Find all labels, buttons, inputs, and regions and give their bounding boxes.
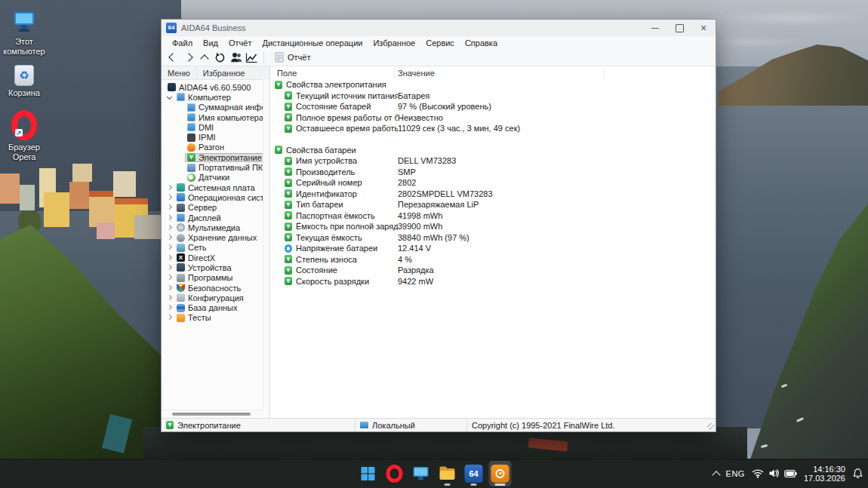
users-button[interactable] xyxy=(228,51,244,65)
forward-button[interactable] xyxy=(180,51,196,65)
chevron-right-icon[interactable] xyxy=(165,244,174,252)
chevron-right-icon[interactable] xyxy=(165,304,174,312)
title-bar[interactable]: 64 AIDA64 Business × xyxy=(162,20,716,36)
tree-item[interactable]: Сеть xyxy=(162,243,269,253)
tree-item[interactable]: Тесты xyxy=(162,313,269,323)
tree-horizontal-scrollbar[interactable] xyxy=(162,410,263,418)
table-row[interactable]: Состояние батарей97 % (Высокий уровень) xyxy=(270,101,716,112)
menu-item-1[interactable]: Вид xyxy=(199,38,223,48)
tree-item[interactable]: Имя компьютера xyxy=(162,112,269,122)
tree-item[interactable]: Электропитание xyxy=(162,152,269,162)
tree-item[interactable]: Разгон xyxy=(162,143,269,152)
tab-favorites[interactable]: Избранное xyxy=(196,66,251,79)
chevron-right-icon[interactable] xyxy=(165,183,174,192)
chevron-right-icon[interactable] xyxy=(165,223,174,232)
resize-grip[interactable] xyxy=(707,423,714,430)
chevron-right-icon[interactable] xyxy=(165,274,174,282)
chevron-right-icon[interactable] xyxy=(165,314,174,322)
table-row[interactable]: Текущая ёмкость38840 mWh (97 %) xyxy=(270,232,716,244)
column-header-field[interactable]: Поле xyxy=(270,69,398,78)
tree-item[interactable]: IPMI xyxy=(162,132,269,142)
desktop-icon-recycle-bin[interactable]: ♻ Корзина xyxy=(0,60,48,98)
tray-expand-icon[interactable] xyxy=(712,471,720,479)
column-header-value[interactable]: Значение xyxy=(398,69,435,78)
table-row[interactable]: Оставшееся время работы от ...11029 сек … xyxy=(270,123,716,134)
taskbar-display[interactable] xyxy=(410,461,432,486)
desktop-icon-this-pc[interactable]: Этот компьютер xyxy=(0,9,48,57)
chevron-right-icon[interactable] xyxy=(165,263,174,272)
table-row[interactable]: Текущий источник питанияБатарея xyxy=(270,91,716,102)
menu-item-0[interactable]: Файл xyxy=(168,38,197,48)
chevron-right-icon[interactable] xyxy=(165,293,174,302)
start-button[interactable] xyxy=(357,461,380,486)
notification-bell-icon[interactable] xyxy=(852,468,863,479)
sensor-graph-button[interactable] xyxy=(244,51,260,65)
tree-item[interactable]: Системная плата xyxy=(162,183,269,192)
table-row[interactable]: СостояниеРазрядка xyxy=(270,265,716,276)
tree-item[interactable]: Хранение данных xyxy=(162,232,269,242)
menu-item-5[interactable]: Сервис xyxy=(421,38,459,48)
table-row[interactable]: Полное время работы от бата...Неизвестно xyxy=(270,112,716,124)
tray-status-icons[interactable] xyxy=(752,468,797,478)
menu-item-2[interactable]: Отчёт xyxy=(224,38,256,48)
tree-item[interactable]: Сервер xyxy=(162,203,269,213)
tree-vertical-scrollbar[interactable] xyxy=(263,79,269,410)
tree-item[interactable]: База данных xyxy=(162,303,269,313)
clock[interactable]: 14:16:30 17.03.2026 xyxy=(804,465,845,483)
tree-item[interactable]: Программы xyxy=(162,273,269,283)
tree-item[interactable]: Конфигурация xyxy=(162,293,269,302)
chevron-right-icon[interactable] xyxy=(165,213,174,222)
taskbar-file-explorer[interactable] xyxy=(436,461,459,486)
table-row[interactable]: Напряжение батареи12.414 V xyxy=(270,243,716,254)
chevron-right-icon[interactable] xyxy=(165,234,174,242)
menu-item-3[interactable]: Дистанционные операции xyxy=(257,38,367,48)
tree-item[interactable]: Портативный ПК xyxy=(162,162,269,172)
tree-item[interactable]: DirectX xyxy=(162,253,269,262)
tree-item[interactable]: Дисплей xyxy=(162,213,269,223)
language-indicator[interactable]: ENG xyxy=(726,469,745,478)
chevron-right-icon[interactable] xyxy=(165,253,174,262)
tree-item[interactable]: Суммарная информация xyxy=(162,103,269,112)
maximize-button[interactable] xyxy=(667,20,691,36)
table-rows: Свойства электропитанияТекущий источник … xyxy=(270,79,716,418)
chevron-right-icon[interactable] xyxy=(165,284,174,292)
up-button[interactable] xyxy=(196,51,212,65)
back-button[interactable] xyxy=(165,51,180,65)
table-row[interactable]: Паспортная ёмкость41998 mWh xyxy=(270,210,716,222)
refresh-button[interactable] xyxy=(212,51,228,65)
tree-item-inner: Разгон xyxy=(185,143,226,152)
scrollbar-thumb[interactable] xyxy=(172,413,251,416)
tree-item[interactable]: Датчики xyxy=(162,173,269,183)
tree-item[interactable]: Безопасность xyxy=(162,283,269,293)
tree-item[interactable]: Операционная система xyxy=(162,192,269,202)
table-row[interactable]: Тип батареиПерезаряжаемая LiP xyxy=(270,199,716,210)
chevron-right-icon[interactable] xyxy=(165,204,174,212)
chevron-down-icon[interactable] xyxy=(165,93,174,101)
table-row[interactable]: Имя устройстваDELL VM73283 xyxy=(270,155,716,167)
table-row[interactable]: ПроизводительSMP xyxy=(270,167,716,178)
minimize-button[interactable] xyxy=(643,20,667,36)
tree-item[interactable]: Компьютер xyxy=(162,92,269,102)
close-button[interactable]: × xyxy=(691,20,716,36)
tree-item[interactable]: Устройства xyxy=(162,262,269,272)
table-row[interactable]: Ёмкость при полной зарядке39900 mWh xyxy=(270,221,716,232)
table-section-row[interactable]: Свойства электропитания xyxy=(270,79,716,91)
taskbar-screen-capture[interactable] xyxy=(489,461,512,486)
table-row[interactable]: Серийный номер2802 xyxy=(270,177,716,189)
table-row[interactable]: Степень износа4 % xyxy=(270,254,716,265)
menu-item-4[interactable]: Избранное xyxy=(368,38,420,48)
table-section-row[interactable]: Свойства батареи xyxy=(270,145,716,156)
taskbar-aida64[interactable]: 64 xyxy=(463,461,485,486)
report-button[interactable]: Отчёт xyxy=(268,51,317,65)
menu-item-6[interactable]: Справка xyxy=(460,38,502,48)
taskbar-opera[interactable] xyxy=(383,461,406,486)
tab-menu[interactable]: Меню xyxy=(162,66,196,79)
tree-item[interactable]: AIDA64 v6.60.5900 xyxy=(162,82,269,92)
tree-item[interactable]: DMI xyxy=(162,122,269,132)
desktop-icon-opera[interactable]: ↗ Браузер Opera xyxy=(0,107,48,162)
tree-item-inner: Хранение данных xyxy=(174,233,259,242)
tree-item[interactable]: Мультимедиа xyxy=(162,223,269,232)
table-row[interactable]: Скорость разрядки9422 mW xyxy=(270,276,716,287)
chevron-right-icon[interactable] xyxy=(165,193,174,201)
table-row[interactable]: Идентификатор2802SMPDELL VM73283 xyxy=(270,189,716,200)
